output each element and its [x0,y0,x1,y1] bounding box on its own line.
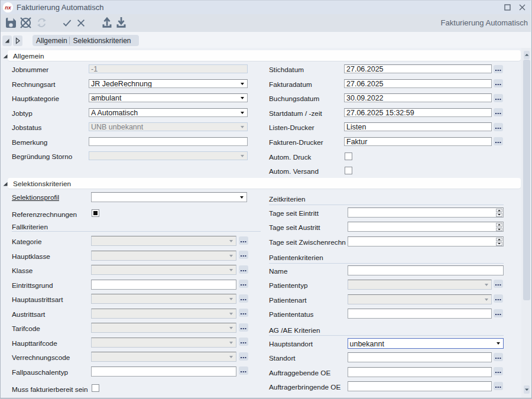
svg-text:nx: nx [5,5,11,11]
